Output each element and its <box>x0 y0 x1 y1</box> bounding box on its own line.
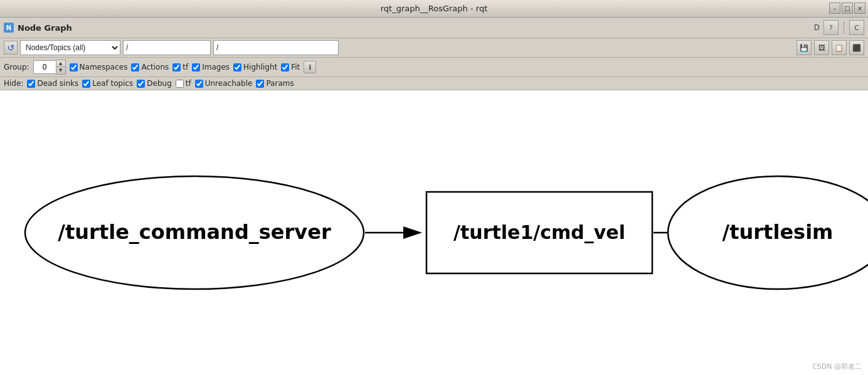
info-button[interactable]: ℹ <box>304 61 316 73</box>
fullscreen-button[interactable]: ⬛ <box>849 40 864 55</box>
window-title: rqt_graph__RosGraph - rqt <box>381 4 488 13</box>
panel-title: Node Graph <box>18 23 72 33</box>
group-value-input[interactable] <box>33 60 56 74</box>
namespaces-checkbox-label[interactable]: Namespaces <box>70 63 128 71</box>
hide-tf-label: tf <box>186 79 191 88</box>
actions-checkbox[interactable] <box>131 63 139 71</box>
spinner-down-button[interactable]: ▼ <box>56 67 65 74</box>
params-label: Params <box>266 79 294 88</box>
minimize-button[interactable]: – <box>829 3 840 14</box>
main-window: N Node Graph D ? C ↺ Nodes/Topics (all) … <box>0 18 868 375</box>
tf-checkbox-label[interactable]: tf <box>172 63 188 71</box>
actions-checkbox-label[interactable]: Actions <box>131 63 169 71</box>
dead-sinks-checkbox-label[interactable]: Dead sinks <box>27 79 78 88</box>
maximize-button[interactable]: □ <box>842 3 853 14</box>
svg-text:/turtlesim: /turtlesim <box>722 220 834 244</box>
view-mode-dropdown[interactable]: Nodes/Topics (all) Nodes only Topics onl… <box>20 40 120 55</box>
group-spinner[interactable]: ▲ ▼ <box>33 60 66 75</box>
images-label: Images <box>202 63 230 71</box>
svg-text:/turtle1/cmd_vel: /turtle1/cmd_vel <box>453 221 625 243</box>
highlight-checkbox-label[interactable]: Highlight <box>233 63 277 71</box>
unreachable-checkbox[interactable] <box>195 80 203 88</box>
graph-svg: /turtle_command_server /turtle1/cmd_vel … <box>0 90 868 375</box>
save-button[interactable]: 💾 <box>797 40 812 55</box>
toolbar-navigation: ↺ Nodes/Topics (all) Nodes only Topics o… <box>0 38 868 58</box>
graph-canvas[interactable]: /turtle_command_server /turtle1/cmd_vel … <box>0 90 868 375</box>
highlight-label: Highlight <box>243 63 277 71</box>
namespaces-checkbox[interactable] <box>70 63 78 71</box>
copy-button[interactable]: 📋 <box>832 40 847 55</box>
c-button[interactable]: C <box>849 20 864 35</box>
fit-label: Fit <box>291 63 300 71</box>
namespaces-label: Namespaces <box>80 63 128 71</box>
dead-sinks-label: Dead sinks <box>37 79 78 88</box>
toolbar-hide: Hide: Dead sinks Leaf topics Debug tf Un… <box>0 77 868 90</box>
filter-input-1[interactable] <box>123 40 211 55</box>
help-button[interactable]: ? <box>823 20 839 35</box>
svg-text:/turtle_command_server: /turtle_command_server <box>58 220 331 244</box>
debug-checkbox-label[interactable]: Debug <box>137 79 171 88</box>
spinner-up-button[interactable]: ▲ <box>56 60 65 67</box>
filter-input-2[interactable] <box>213 40 339 55</box>
d-label: D <box>814 23 820 32</box>
screenshot-button[interactable]: 🖼 <box>814 40 829 55</box>
debug-label: Debug <box>147 79 171 88</box>
actions-label: Actions <box>141 63 169 71</box>
fit-checkbox-label[interactable]: Fit <box>281 63 300 71</box>
refresh-button[interactable]: ↺ <box>4 41 18 55</box>
hide-tf-checkbox-label[interactable]: tf <box>176 79 191 88</box>
toolbar-panel: N Node Graph D ? C <box>0 18 868 38</box>
highlight-checkbox[interactable] <box>233 63 241 71</box>
images-checkbox-label[interactable]: Images <box>192 63 230 71</box>
spinner-arrows: ▲ ▼ <box>56 60 66 75</box>
debug-checkbox[interactable] <box>137 80 145 88</box>
leaf-topics-checkbox[interactable] <box>82 80 90 88</box>
unreachable-checkbox-label[interactable]: Unreachable <box>195 79 253 88</box>
tf-checkbox[interactable] <box>172 63 181 71</box>
params-checkbox[interactable] <box>256 80 264 88</box>
params-checkbox-label[interactable]: Params <box>256 79 294 88</box>
group-label: Group: <box>4 63 29 71</box>
toolbar-options: Group: ▲ ▼ Namespaces Actions tf Images … <box>0 58 868 77</box>
panel-icon: N <box>4 23 14 33</box>
leaf-topics-checkbox-label[interactable]: Leaf topics <box>82 79 133 88</box>
hide-label: Hide: <box>4 79 23 88</box>
dead-sinks-checkbox[interactable] <box>27 80 35 88</box>
fit-checkbox[interactable] <box>281 63 289 71</box>
watermark: CSDN @郭老二 <box>812 362 862 371</box>
leaf-topics-label: Leaf topics <box>92 79 133 88</box>
titlebar: rqt_graph__RosGraph - rqt – □ × <box>0 0 868 18</box>
tf-label: tf <box>183 63 188 71</box>
images-checkbox[interactable] <box>192 63 200 71</box>
unreachable-label: Unreachable <box>205 79 253 88</box>
hide-tf-checkbox[interactable] <box>176 80 184 88</box>
window-controls: – □ × <box>829 3 865 14</box>
close-button[interactable]: × <box>854 3 865 14</box>
